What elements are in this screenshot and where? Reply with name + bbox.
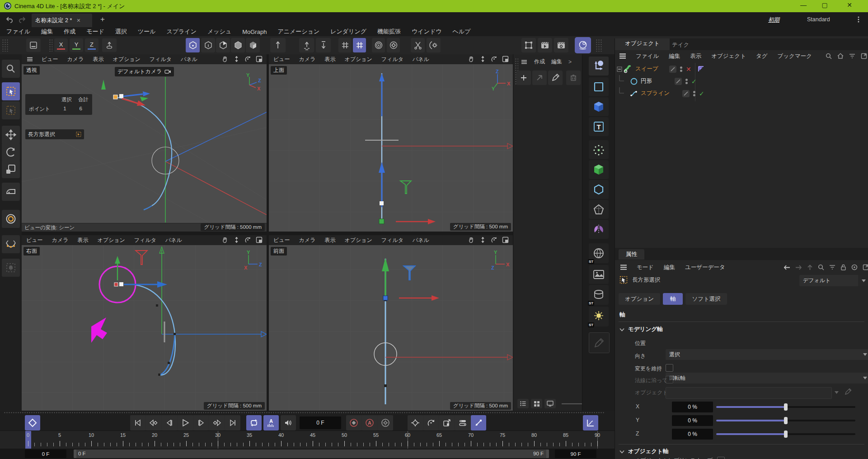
om-menu-item[interactable]: ファイル [636, 52, 659, 60]
menubar-item[interactable]: MoGraph [242, 28, 267, 35]
menubar-item[interactable]: ファイル [6, 28, 30, 36]
add-layer-button[interactable] [516, 71, 531, 85]
viewport-menu-item[interactable]: オプション [113, 56, 140, 63]
viewport-menu-item[interactable]: カメラ [67, 56, 84, 63]
keep-changes-checkbox[interactable] [666, 364, 673, 372]
menubar-item[interactable]: 選択 [115, 28, 127, 36]
enable-state-icon[interactable]: ✓ [699, 90, 704, 97]
om-popout-icon[interactable] [860, 52, 868, 60]
object-row-spline[interactable]: スプライン ✓ [615, 87, 868, 99]
range-start-handle[interactable] [74, 450, 76, 458]
zoom-pan-icon[interactable] [233, 55, 240, 63]
snap-toggle-button[interactable] [299, 38, 314, 52]
keyframe-settings-button[interactable] [378, 415, 393, 431]
viewport-menu-item[interactable]: 表示 [93, 56, 103, 63]
orbit-icon[interactable] [490, 55, 498, 63]
tab-close-icon[interactable]: ✕ [76, 18, 80, 24]
slider-y-value[interactable]: 0 % [672, 415, 713, 426]
orbit-icon[interactable] [490, 236, 498, 244]
model-mode-button[interactable] [186, 38, 200, 52]
snap-settings-button[interactable] [316, 38, 331, 52]
attr-menu-icon[interactable] [619, 264, 628, 271]
play-button[interactable] [178, 415, 193, 431]
goto-start-button[interactable] [130, 415, 145, 431]
orbit-icon[interactable] [244, 55, 252, 63]
attr-menu-item[interactable]: 編集 [664, 264, 675, 271]
fcurve-editor-button[interactable] [583, 415, 598, 431]
maximize-view-icon[interactable] [255, 55, 263, 63]
list-view-button[interactable] [517, 399, 529, 408]
om-menu-item[interactable]: タグ [756, 52, 768, 60]
om-menu-item[interactable]: オブジェクト [711, 52, 746, 60]
om-menu-item[interactable]: ブックマーク [778, 52, 812, 60]
viewport-layout-button[interactable] [26, 38, 41, 52]
enable-state-icon[interactable]: ✕ [686, 66, 691, 73]
sky-object-button[interactable]: ST [589, 243, 609, 263]
viewport-menu-item[interactable]: フィルタ [381, 56, 404, 63]
new-tab-button[interactable]: + [100, 15, 105, 24]
orbit-icon[interactable] [244, 236, 252, 244]
cloner-button[interactable] [589, 160, 609, 179]
object-row-circle[interactable]: 円形 ✓ [615, 75, 868, 87]
viewport-menu-item[interactable]: パネル [413, 237, 429, 244]
object-link-caret-icon[interactable] [835, 391, 839, 394]
platonic-button[interactable] [589, 200, 609, 219]
screen-view-button[interactable] [544, 399, 556, 408]
menubar-item[interactable]: モード [86, 28, 104, 36]
assign-layer-button[interactable] [532, 71, 547, 85]
viewport-menu-item[interactable]: オプション [344, 237, 372, 244]
attr-menu-item[interactable]: モード [637, 264, 654, 271]
viewport-menu-item[interactable]: パネル [181, 56, 197, 63]
rotate-tool-button[interactable] [2, 143, 20, 161]
grid-view-button[interactable] [531, 399, 542, 408]
edge-mode-button[interactable] [231, 38, 245, 52]
orientation-dropdown[interactable]: 回転軸 [666, 373, 868, 383]
axis-mode-button[interactable] [589, 57, 609, 76]
menubar-item[interactable]: 編集 [41, 28, 53, 36]
light-object-button[interactable]: ST [589, 307, 609, 327]
viewport-front[interactable]: ビューカメラ表示オプションフィルタパネル Y X Z 前面 [269, 235, 513, 411]
object-name[interactable]: 円形 [641, 77, 652, 85]
record-objects-button[interactable] [408, 415, 423, 431]
cage-deform-tool-button[interactable] [2, 259, 20, 277]
layout-preset-link[interactable]: 初期 [768, 16, 779, 24]
scissors-button[interactable] [411, 38, 425, 52]
object-link-field[interactable] [666, 387, 832, 399]
record-position-button[interactable] [346, 415, 361, 431]
viewport-right[interactable]: ビューカメラ表示オプションフィルタパネル Y [22, 235, 267, 411]
object-edit-toggle[interactable] [669, 66, 676, 73]
object-edit-toggle[interactable] [682, 90, 690, 97]
tab-attributes[interactable]: 属性 [619, 249, 644, 260]
grid-toggle-button[interactable] [338, 38, 352, 52]
prev-frame-button[interactable] [162, 415, 177, 431]
slider-y[interactable] [716, 415, 855, 426]
slider-z-handle[interactable] [784, 431, 788, 438]
quantize-toggle-button[interactable] [353, 38, 366, 52]
tool-settings-button[interactable] [427, 38, 441, 52]
record-rotation-button[interactable] [423, 415, 439, 431]
menubar-item[interactable]: アニメーション [277, 28, 319, 36]
prev-selection-tool-button[interactable] [2, 101, 20, 119]
document-tab[interactable]: 名称未設定 2 * ✕ [32, 14, 92, 27]
emitter-button[interactable] [589, 140, 609, 159]
preset-dropdown[interactable]: デフォルト [799, 275, 868, 286]
axis-lock-x-button[interactable]: X [54, 38, 68, 52]
attr-up-icon[interactable] [807, 264, 813, 271]
range-end-handle[interactable] [546, 450, 549, 458]
viewport-menu-item[interactable]: カメラ [52, 237, 69, 244]
record-scale-button[interactable] [439, 415, 455, 431]
layer-menu-edit[interactable]: 編集 [551, 58, 562, 66]
viewport-h-divider[interactable] [22, 232, 513, 235]
pan-hand-icon[interactable] [221, 236, 229, 244]
axis-lock-z-button[interactable]: Z [85, 38, 99, 52]
panel-menu-icon[interactable] [521, 58, 528, 66]
workplane-axis-button[interactable] [102, 38, 117, 52]
slider-z[interactable] [716, 429, 855, 440]
menubar-item[interactable]: 機能拡張 [377, 28, 401, 36]
viewport-menu-item[interactable]: ビュー [273, 237, 290, 244]
circle-gear-button[interactable] [387, 38, 400, 52]
attr-popout-icon[interactable] [862, 264, 868, 271]
object-link-eyedropper-icon[interactable] [845, 388, 852, 395]
symmetry-button[interactable] [589, 220, 609, 239]
attr-target-icon[interactable] [851, 264, 858, 271]
